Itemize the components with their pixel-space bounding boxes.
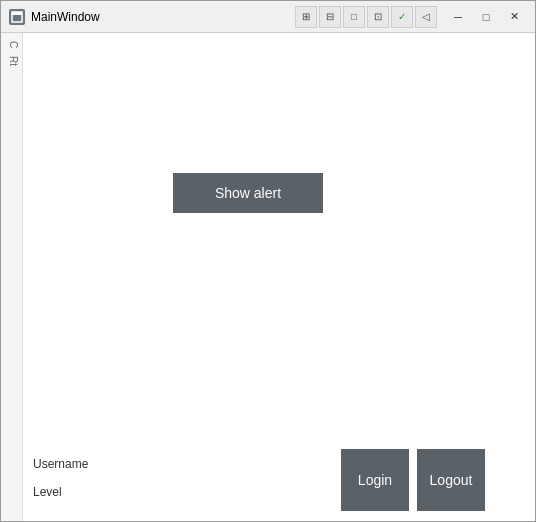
logout-button[interactable]: Logout <box>417 449 485 511</box>
action-buttons: Login Logout <box>341 449 485 511</box>
sidebar-text-1: C <box>1 37 22 52</box>
left-sidebar: C Rt <box>1 33 23 521</box>
toolbar-btn-check[interactable]: ✓ <box>391 6 413 28</box>
main-content: Show alert Username Level Login Logout <box>23 33 535 521</box>
maximize-button[interactable]: □ <box>473 7 499 27</box>
window-icon <box>9 9 25 25</box>
login-button[interactable]: Login <box>341 449 409 511</box>
show-alert-button[interactable]: Show alert <box>173 173 323 213</box>
level-label: Level <box>33 485 88 499</box>
toolbar: ⊞ ⊟ □ ⊡ ✓ ◁ <box>295 6 437 28</box>
svg-rect-1 <box>12 12 22 15</box>
window-body: C Rt Show alert Username Level Login Log… <box>1 33 535 521</box>
main-window: MainWindow ⊞ ⊟ □ ⊡ ✓ ◁ ─ □ ✕ C Rt Show a… <box>0 0 536 522</box>
sidebar-text-2: Rt <box>1 52 22 70</box>
labels-section: Username Level <box>33 449 88 499</box>
minimize-button[interactable]: ─ <box>445 7 471 27</box>
toolbar-btn-3[interactable]: □ <box>343 6 365 28</box>
window-controls: ─ □ ✕ <box>445 7 527 27</box>
close-button[interactable]: ✕ <box>501 7 527 27</box>
username-label: Username <box>33 457 88 471</box>
show-alert-container: Show alert <box>173 173 323 213</box>
bottom-section: Username Level Login Logout <box>23 449 535 511</box>
toolbar-btn-2[interactable]: ⊟ <box>319 6 341 28</box>
title-bar: MainWindow ⊞ ⊟ □ ⊡ ✓ ◁ ─ □ ✕ <box>1 1 535 33</box>
toolbar-btn-arrow[interactable]: ◁ <box>415 6 437 28</box>
window-title: MainWindow <box>31 10 295 24</box>
toolbar-btn-1[interactable]: ⊞ <box>295 6 317 28</box>
toolbar-btn-4[interactable]: ⊡ <box>367 6 389 28</box>
